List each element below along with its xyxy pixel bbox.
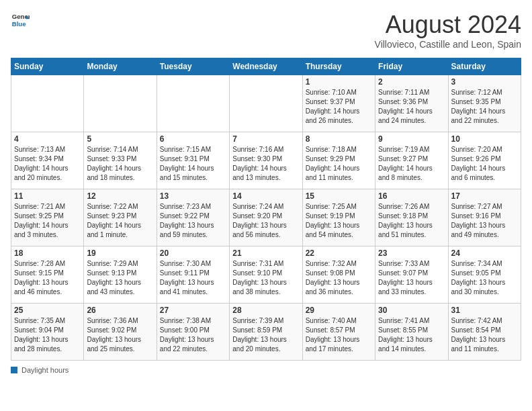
- day-info: Sunrise: 7:13 AMSunset: 9:34 PMDaylight:…: [14, 145, 81, 183]
- day-number: 4: [14, 134, 81, 144]
- day-info: Sunrise: 7:34 AMSunset: 9:05 PMDaylight:…: [451, 259, 518, 297]
- col-saturday: Saturday: [448, 58, 521, 75]
- daylight-indicator: [11, 367, 17, 373]
- day-info: Sunrise: 7:33 AMSunset: 9:07 PMDaylight:…: [378, 259, 445, 297]
- day-info: Sunrise: 7:14 AMSunset: 9:33 PMDaylight:…: [87, 145, 153, 183]
- list-item: 10Sunrise: 7:20 AMSunset: 9:26 PMDayligh…: [448, 132, 521, 189]
- footer: Daylight hours: [11, 366, 521, 374]
- logo-icon: General Blue: [11, 11, 30, 30]
- col-tuesday: Tuesday: [157, 58, 229, 75]
- col-monday: Monday: [84, 58, 157, 75]
- day-info: Sunrise: 7:31 AMSunset: 9:10 PMDaylight:…: [232, 259, 299, 297]
- list-item: 8Sunrise: 7:18 AMSunset: 9:29 PMDaylight…: [302, 132, 375, 189]
- day-number: 2: [378, 77, 445, 87]
- table-row: 25Sunrise: 7:35 AMSunset: 9:04 PMDayligh…: [11, 304, 521, 361]
- day-number: 19: [87, 248, 153, 258]
- day-number: 25: [14, 306, 81, 315]
- day-number: 7: [232, 134, 299, 144]
- list-item: [157, 75, 229, 132]
- calendar-table: Sunday Monday Tuesday Wednesday Thursday…: [11, 58, 521, 361]
- col-thursday: Thursday: [302, 58, 375, 75]
- day-info: Sunrise: 7:10 AMSunset: 9:37 PMDaylight:…: [306, 88, 372, 126]
- list-item: 22Sunrise: 7:32 AMSunset: 9:08 PMDayligh…: [302, 246, 375, 304]
- day-info: Sunrise: 7:23 AMSunset: 9:22 PMDaylight:…: [160, 202, 226, 240]
- list-item: 29Sunrise: 7:40 AMSunset: 8:57 PMDayligh…: [302, 304, 375, 361]
- day-info: Sunrise: 7:42 AMSunset: 8:54 PMDaylight:…: [451, 316, 518, 354]
- list-item: [11, 75, 84, 132]
- day-info: Sunrise: 7:28 AMSunset: 9:15 PMDaylight:…: [14, 259, 81, 297]
- day-number: 8: [306, 134, 372, 144]
- day-number: 16: [378, 191, 445, 201]
- col-sunday: Sunday: [11, 58, 84, 75]
- list-item: 13Sunrise: 7:23 AMSunset: 9:22 PMDayligh…: [157, 189, 229, 246]
- list-item: 18Sunrise: 7:28 AMSunset: 9:15 PMDayligh…: [11, 246, 84, 304]
- day-number: 11: [14, 191, 81, 201]
- header-row: Sunday Monday Tuesday Wednesday Thursday…: [11, 58, 521, 75]
- day-number: 26: [87, 306, 153, 315]
- day-info: Sunrise: 7:26 AMSunset: 9:18 PMDaylight:…: [378, 202, 445, 240]
- table-row: 1Sunrise: 7:10 AMSunset: 9:37 PMDaylight…: [11, 75, 521, 132]
- day-info: Sunrise: 7:20 AMSunset: 9:26 PMDaylight:…: [451, 145, 518, 183]
- table-row: 11Sunrise: 7:21 AMSunset: 9:25 PMDayligh…: [11, 189, 521, 246]
- day-number: 20: [160, 248, 226, 258]
- list-item: 17Sunrise: 7:27 AMSunset: 9:16 PMDayligh…: [448, 189, 521, 246]
- col-friday: Friday: [375, 58, 448, 75]
- list-item: 19Sunrise: 7:29 AMSunset: 9:13 PMDayligh…: [84, 246, 157, 304]
- day-number: 22: [306, 248, 372, 258]
- day-number: 23: [378, 248, 445, 258]
- day-info: Sunrise: 7:29 AMSunset: 9:13 PMDaylight:…: [87, 259, 153, 297]
- list-item: 25Sunrise: 7:35 AMSunset: 9:04 PMDayligh…: [11, 304, 84, 361]
- day-number: 6: [160, 134, 226, 144]
- list-item: 27Sunrise: 7:38 AMSunset: 9:00 PMDayligh…: [157, 304, 229, 361]
- page-header: General Blue August 2024 Villovieco, Cas…: [11, 11, 521, 50]
- day-number: 31: [451, 306, 518, 315]
- day-number: 5: [87, 134, 153, 144]
- day-info: Sunrise: 7:25 AMSunset: 9:19 PMDaylight:…: [306, 202, 372, 240]
- list-item: 6Sunrise: 7:15 AMSunset: 9:31 PMDaylight…: [157, 132, 229, 189]
- day-info: Sunrise: 7:35 AMSunset: 9:04 PMDaylight:…: [14, 316, 81, 354]
- list-item: 28Sunrise: 7:39 AMSunset: 8:59 PMDayligh…: [230, 304, 302, 361]
- day-info: Sunrise: 7:15 AMSunset: 9:31 PMDaylight:…: [160, 145, 226, 183]
- list-item: 9Sunrise: 7:19 AMSunset: 9:27 PMDaylight…: [375, 132, 448, 189]
- day-number: 17: [451, 191, 518, 201]
- month-year-title: August 2024: [375, 11, 521, 39]
- list-item: 24Sunrise: 7:34 AMSunset: 9:05 PMDayligh…: [448, 246, 521, 304]
- day-info: Sunrise: 7:21 AMSunset: 9:25 PMDaylight:…: [14, 202, 81, 240]
- day-number: 18: [14, 248, 81, 258]
- day-number: 24: [451, 248, 518, 258]
- list-item: [230, 75, 302, 132]
- day-number: 9: [378, 134, 445, 144]
- list-item: 1Sunrise: 7:10 AMSunset: 9:37 PMDaylight…: [302, 75, 375, 132]
- day-info: Sunrise: 7:27 AMSunset: 9:16 PMDaylight:…: [451, 202, 518, 240]
- list-item: 7Sunrise: 7:16 AMSunset: 9:30 PMDaylight…: [230, 132, 302, 189]
- list-item: [84, 75, 157, 132]
- day-info: Sunrise: 7:41 AMSunset: 8:55 PMDaylight:…: [378, 316, 445, 354]
- day-info: Sunrise: 7:12 AMSunset: 9:35 PMDaylight:…: [451, 88, 518, 126]
- day-info: Sunrise: 7:36 AMSunset: 9:02 PMDaylight:…: [87, 316, 153, 354]
- day-number: 10: [451, 134, 518, 144]
- list-item: 3Sunrise: 7:12 AMSunset: 9:35 PMDaylight…: [448, 75, 521, 132]
- day-number: 27: [160, 306, 226, 315]
- col-wednesday: Wednesday: [230, 58, 302, 75]
- location-subtitle: Villovieco, Castille and Leon, Spain: [375, 39, 521, 50]
- list-item: 15Sunrise: 7:25 AMSunset: 9:19 PMDayligh…: [302, 189, 375, 246]
- day-info: Sunrise: 7:40 AMSunset: 8:57 PMDaylight:…: [306, 316, 372, 354]
- day-info: Sunrise: 7:11 AMSunset: 9:36 PMDaylight:…: [378, 88, 445, 126]
- list-item: 21Sunrise: 7:31 AMSunset: 9:10 PMDayligh…: [230, 246, 302, 304]
- day-number: 12: [87, 191, 153, 201]
- table-row: 18Sunrise: 7:28 AMSunset: 9:15 PMDayligh…: [11, 246, 521, 304]
- day-number: 15: [306, 191, 372, 201]
- day-number: 14: [232, 191, 299, 201]
- day-info: Sunrise: 7:18 AMSunset: 9:29 PMDaylight:…: [306, 145, 372, 183]
- list-item: 31Sunrise: 7:42 AMSunset: 8:54 PMDayligh…: [448, 304, 521, 361]
- day-info: Sunrise: 7:22 AMSunset: 9:23 PMDaylight:…: [87, 202, 153, 240]
- day-info: Sunrise: 7:30 AMSunset: 9:11 PMDaylight:…: [160, 259, 226, 297]
- day-info: Sunrise: 7:19 AMSunset: 9:27 PMDaylight:…: [378, 145, 445, 183]
- list-item: 12Sunrise: 7:22 AMSunset: 9:23 PMDayligh…: [84, 189, 157, 246]
- day-info: Sunrise: 7:38 AMSunset: 9:00 PMDaylight:…: [160, 316, 226, 354]
- day-info: Sunrise: 7:32 AMSunset: 9:08 PMDaylight:…: [306, 259, 372, 297]
- day-info: Sunrise: 7:39 AMSunset: 8:59 PMDaylight:…: [232, 316, 299, 354]
- list-item: 4Sunrise: 7:13 AMSunset: 9:34 PMDaylight…: [11, 132, 84, 189]
- title-block: August 2024 Villovieco, Castille and Leo…: [375, 11, 521, 50]
- list-item: 23Sunrise: 7:33 AMSunset: 9:07 PMDayligh…: [375, 246, 448, 304]
